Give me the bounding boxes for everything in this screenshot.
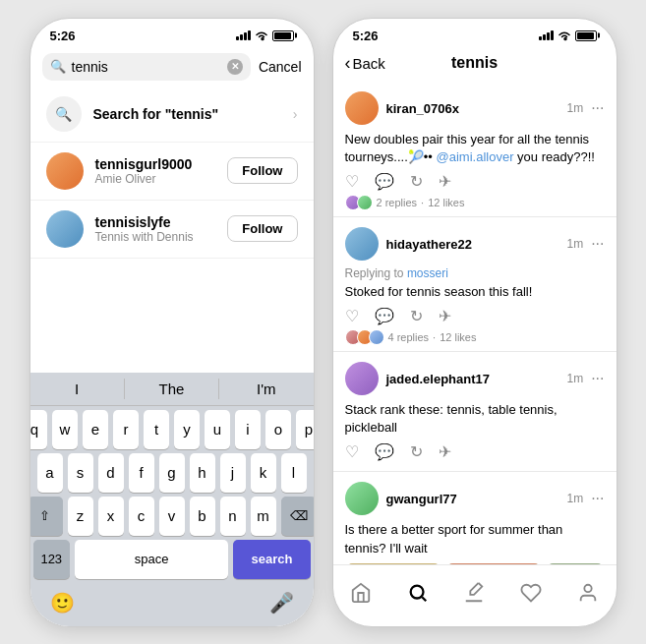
kiran-avatar bbox=[345, 91, 379, 125]
key-c[interactable]: c bbox=[129, 497, 154, 536]
tennisgurl9000-item[interactable]: tennisgurl9000 Amie Oliver Follow bbox=[30, 143, 314, 201]
more-options-icon[interactable]: ··· bbox=[591, 235, 604, 253]
more-options-icon[interactable]: ··· bbox=[591, 370, 604, 387]
key-n[interactable]: n bbox=[220, 497, 246, 536]
share-button[interactable]: ✈ bbox=[439, 307, 451, 325]
right-status-icons bbox=[539, 30, 597, 41]
like-button[interactable]: ♡ bbox=[345, 442, 359, 461]
autocomplete-bar: I The I'm bbox=[30, 373, 314, 406]
right-header: ‹ Back tennis bbox=[333, 47, 617, 82]
key-j[interactable]: j bbox=[220, 453, 246, 493]
autocomplete-word-2[interactable]: The bbox=[125, 379, 219, 399]
nav-compose-button[interactable] bbox=[456, 575, 492, 611]
page-title: tennis bbox=[451, 54, 498, 72]
post-actions: ♡ 💬 ↻ ✈ bbox=[345, 307, 605, 325]
tennisislyfe-username: tennisislyfe bbox=[95, 214, 216, 230]
key-o[interactable]: o bbox=[265, 410, 291, 449]
key-backspace[interactable]: ⌫ bbox=[281, 497, 314, 536]
right-battery-icon bbox=[575, 30, 597, 41]
reply-mention[interactable]: mosseri bbox=[407, 266, 448, 280]
kiran-replies: 2 replies bbox=[377, 197, 418, 208]
key-p[interactable]: p bbox=[296, 410, 314, 449]
search-for-tennis-item[interactable]: 🔍 Search for "tennis" › bbox=[30, 87, 314, 143]
repost-button[interactable]: ↻ bbox=[410, 172, 423, 191]
key-k[interactable]: k bbox=[251, 453, 276, 493]
key-search[interactable]: search bbox=[233, 540, 310, 579]
key-l[interactable]: l bbox=[281, 453, 307, 493]
right-phone: 5:26 ‹ bbox=[332, 18, 617, 627]
back-button[interactable]: ‹ Back bbox=[345, 53, 385, 74]
nav-like-button[interactable] bbox=[513, 575, 549, 611]
key-b[interactable]: b bbox=[190, 497, 215, 536]
search-input-wrapper[interactable]: 🔍 tennis ✕ bbox=[42, 53, 251, 81]
nav-profile-button[interactable] bbox=[570, 575, 606, 611]
key-g[interactable]: g bbox=[159, 453, 185, 493]
more-options-icon[interactable]: ··· bbox=[591, 99, 604, 117]
like-button[interactable]: ♡ bbox=[345, 172, 359, 191]
bottom-nav bbox=[333, 564, 617, 626]
key-x[interactable]: x bbox=[98, 497, 124, 536]
post-actions: ♡ 💬 ↻ ✈ bbox=[345, 442, 605, 461]
left-screen: 5:26 🔍 bbox=[30, 19, 314, 626]
key-u[interactable]: u bbox=[205, 410, 230, 449]
key-m[interactable]: m bbox=[251, 497, 276, 536]
key-t[interactable]: t bbox=[144, 410, 169, 449]
keyboard[interactable]: I The I'm q w e r t y u i o p a bbox=[30, 373, 314, 626]
cancel-button[interactable]: Cancel bbox=[259, 59, 302, 75]
keyboard-bottom-bar: 🙂 🎤 bbox=[30, 583, 314, 626]
post-stats: 2 replies · 12 likes bbox=[345, 195, 605, 210]
right-time: 5:26 bbox=[353, 29, 379, 43]
nav-search-button[interactable] bbox=[400, 575, 436, 611]
key-shift[interactable]: ⇧ bbox=[30, 497, 63, 536]
hidaya-likes: 12 likes bbox=[440, 331, 476, 343]
key-v[interactable]: v bbox=[159, 497, 185, 536]
mention[interactable]: @aimi.allover bbox=[437, 149, 514, 164]
key-space[interactable]: space bbox=[75, 540, 228, 579]
key-q[interactable]: q bbox=[30, 410, 48, 449]
back-label: Back bbox=[353, 55, 385, 72]
comment-button[interactable]: 💬 bbox=[375, 442, 394, 461]
key-i[interactable]: i bbox=[235, 410, 261, 449]
svg-rect-0 bbox=[345, 563, 441, 564]
key-r[interactable]: r bbox=[113, 410, 139, 449]
gwangurl-time: 1m bbox=[566, 492, 583, 505]
clear-button[interactable]: ✕ bbox=[227, 59, 243, 75]
key-z[interactable]: z bbox=[68, 497, 93, 536]
keyboard-row-4: 123 space search bbox=[30, 536, 314, 583]
key-a[interactable]: a bbox=[37, 453, 63, 493]
key-d[interactable]: d bbox=[98, 453, 124, 493]
more-options-icon[interactable]: ··· bbox=[591, 490, 604, 507]
share-button[interactable]: ✈ bbox=[439, 442, 451, 461]
key-h[interactable]: h bbox=[190, 453, 215, 493]
repost-button[interactable]: ↻ bbox=[410, 442, 423, 461]
comment-button[interactable]: 💬 bbox=[375, 307, 394, 325]
key-s[interactable]: s bbox=[68, 453, 93, 493]
back-chevron-icon: ‹ bbox=[345, 53, 351, 74]
post-stats: 4 replies · 12 likes bbox=[345, 329, 605, 345]
repost-button[interactable]: ↻ bbox=[410, 307, 423, 325]
comment-button[interactable]: 💬 bbox=[375, 172, 394, 191]
key-123[interactable]: 123 bbox=[33, 540, 71, 579]
emoji-button[interactable]: 🙂 bbox=[50, 591, 75, 615]
like-button[interactable]: ♡ bbox=[345, 307, 359, 325]
mic-button[interactable]: 🎤 bbox=[269, 591, 294, 615]
tennisislyfe-avatar bbox=[46, 210, 84, 248]
gwangurl-avatar bbox=[345, 482, 379, 515]
tennisislyfe-follow-button[interactable]: Follow bbox=[227, 215, 297, 242]
key-e[interactable]: e bbox=[83, 410, 108, 449]
gwangurl-content: Is there a better sport for summer than … bbox=[345, 521, 605, 556]
svg-rect-8 bbox=[445, 563, 542, 564]
nav-home-button[interactable] bbox=[343, 575, 379, 611]
key-f[interactable]: f bbox=[129, 453, 154, 493]
key-w[interactable]: w bbox=[52, 410, 78, 449]
autocomplete-word-1[interactable]: I bbox=[30, 379, 125, 399]
kiran-likes: 12 likes bbox=[428, 197, 464, 208]
tennisgurl9000-follow-button[interactable]: Follow bbox=[227, 157, 297, 184]
autocomplete-word-3[interactable]: I'm bbox=[219, 379, 313, 399]
left-phone: 5:26 🔍 bbox=[29, 18, 315, 627]
key-y[interactable]: y bbox=[174, 410, 200, 449]
search-input[interactable]: tennis bbox=[72, 59, 221, 75]
gwangurl-username: gwangurl77 bbox=[386, 492, 457, 506]
tennisislyfe-item[interactable]: tennisislyfe Tennis with Dennis Follow bbox=[30, 201, 314, 259]
share-button[interactable]: ✈ bbox=[439, 172, 451, 191]
